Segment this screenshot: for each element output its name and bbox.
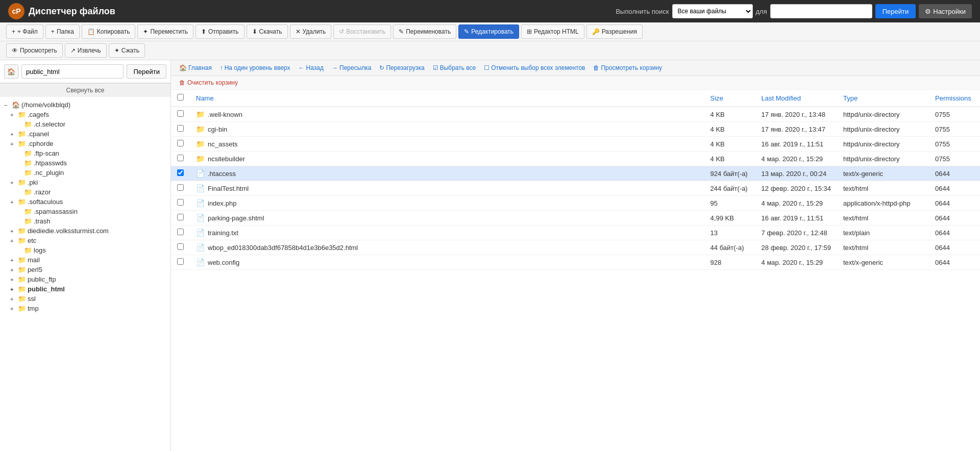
html-editor-btn[interactable]: ⊞ Редактор HTML xyxy=(521,24,584,39)
tree-item-nc-plugin[interactable]: 📁 .nc_plugin xyxy=(0,168,170,178)
table-row[interactable]: 📁cgi-bin 4 KB 17 янв. 2020 г., 13:47 htt… xyxy=(171,122,980,137)
copy-btn[interactable]: 📋 Копировать xyxy=(82,24,136,39)
table-row[interactable]: 📁ncsitebuilder 4 KB 4 мар. 2020 г., 15:2… xyxy=(171,152,980,166)
row-modified: 4 мар. 2020 г., 15:29 xyxy=(755,255,837,270)
row-name[interactable]: 📄index.php xyxy=(190,196,704,211)
row-name[interactable]: 📁.well-known xyxy=(190,107,704,122)
table-row[interactable]: 📄training.txt 13 7 февр. 2020 г., 12:48 … xyxy=(171,225,980,240)
tree-item-logs[interactable]: 📁 logs xyxy=(0,245,170,255)
select-all-checkbox[interactable] xyxy=(177,94,184,101)
tree-item-tmp[interactable]: + 📁 tmp xyxy=(0,304,170,313)
nav-reload-button[interactable]: ↻ Перезагрузка xyxy=(377,63,426,72)
table-row[interactable]: 📄wbop_ed018300dab3df67858b4d1e3b6e35d2.h… xyxy=(171,240,980,255)
col-modified[interactable]: Last Modified xyxy=(755,90,837,107)
row-check[interactable] xyxy=(171,152,190,166)
tree-item-etc[interactable]: + 📁 etc xyxy=(0,236,170,245)
row-name[interactable]: 📄web.config xyxy=(190,255,704,270)
row-size: 924 байт(-а) xyxy=(704,166,755,181)
col-size[interactable]: Size xyxy=(704,90,755,107)
row-check[interactable] xyxy=(171,225,190,240)
tree-item-razor[interactable]: 📁 .razor xyxy=(0,187,170,197)
move-btn[interactable]: ✦ Переместить xyxy=(137,24,193,39)
nav-deselect-all-button[interactable]: ☐ Отменить выбор всех элементов xyxy=(482,63,587,72)
tree-item-ftp-scan[interactable]: 📁 .ftp-scan xyxy=(0,148,170,158)
row-name[interactable]: 📁nc_assets xyxy=(190,137,704,152)
rename-btn[interactable]: ✎ Переименовать xyxy=(393,24,456,39)
row-name[interactable]: 📄training.txt xyxy=(190,225,704,240)
row-check[interactable] xyxy=(171,255,190,270)
tree-item-trash[interactable]: 📁 .trash xyxy=(0,216,170,226)
settings-button[interactable]: ⚙ Настройки xyxy=(919,4,972,18)
delete-btn[interactable]: ✕ Удалить xyxy=(290,24,332,39)
row-name[interactable]: 📁cgi-bin xyxy=(190,122,704,137)
table-row[interactable]: 📄web.config 928 4 мар. 2020 г., 15:29 te… xyxy=(171,255,980,270)
row-check[interactable] xyxy=(171,107,190,122)
new-folder-btn[interactable]: + Папка xyxy=(45,24,80,39)
row-check[interactable] xyxy=(171,211,190,225)
view-btn[interactable]: 👁 Просмотреть xyxy=(6,43,63,58)
search-input[interactable] xyxy=(770,4,872,18)
row-name[interactable]: 📄.htaccess xyxy=(190,166,704,181)
sidebar-home-button[interactable]: 🏠 xyxy=(4,64,18,79)
sidebar-path-input[interactable] xyxy=(21,64,124,79)
col-type[interactable]: Type xyxy=(837,90,929,107)
table-row[interactable]: 📁.well-known 4 KB 17 янв. 2020 г., 13:48… xyxy=(171,107,980,122)
table-row[interactable]: 📁nc_assets 4 KB 16 авг. 2019 г., 11:51 h… xyxy=(171,137,980,152)
tree-item-mail[interactable]: + 📁 mail xyxy=(0,255,170,265)
col-permissions[interactable]: Permissions xyxy=(929,90,980,107)
nav-trash-button[interactable]: 🗑 Просмотреть корзину xyxy=(591,63,664,72)
tree-item-perl5[interactable]: + 📁 perl5 xyxy=(0,265,170,274)
edit-btn[interactable]: ✎ Редактировать xyxy=(458,24,519,39)
tree-item-softaculous[interactable]: + 📁 .softaculous xyxy=(0,197,170,207)
row-check[interactable] xyxy=(171,196,190,211)
table-row[interactable]: 📄parking-page.shtml 4,99 KB 16 авг. 2019… xyxy=(171,211,980,225)
folder-icon: 📁 xyxy=(196,110,205,118)
tree-item-cl-selector[interactable]: 📁 .cl.selector xyxy=(0,119,170,129)
row-name[interactable]: 📄wbop_ed018300dab3df67858b4d1e3b6e35d2.h… xyxy=(190,240,704,255)
row-name[interactable]: 📁ncsitebuilder xyxy=(190,152,704,166)
permissions-btn[interactable]: 🔑 Разрешения xyxy=(586,24,643,39)
search-goto-button[interactable]: Перейти xyxy=(875,4,916,18)
tree-item-public-html[interactable]: + 📁 public_html xyxy=(0,284,170,294)
table-row[interactable]: 📄FinalTest.html 244 байт(-а) 12 февр. 20… xyxy=(171,181,980,196)
nav-select-all-button[interactable]: ☑ Выбрать все xyxy=(431,63,478,72)
restore-btn[interactable]: ↺ Восстановить xyxy=(333,24,391,39)
tree-item-public-ftp[interactable]: + 📁 public_ftp xyxy=(0,274,170,284)
row-name[interactable]: 📄FinalTest.html xyxy=(190,181,704,196)
search-scope-select[interactable]: Все ваши файлы Только имена файлов Тольк… xyxy=(672,4,753,18)
nav-up-button[interactable]: ↑ На один уровень вверх xyxy=(218,63,292,72)
table-row[interactable]: 📄index.php 95 4 мар. 2020 г., 15:29 appl… xyxy=(171,196,980,211)
tree-item-htpasswds[interactable]: 📁 .htpasswds xyxy=(0,158,170,168)
upload-btn[interactable]: ⬆ Отправить xyxy=(195,24,244,39)
row-check[interactable] xyxy=(171,122,190,137)
download-btn[interactable]: ⬇ Скачать xyxy=(247,24,288,39)
row-check[interactable] xyxy=(171,137,190,152)
nav-back-button[interactable]: ← Назад xyxy=(297,63,326,72)
collapse-all-button[interactable]: Свернуть все xyxy=(0,83,170,97)
tree-item-spamassassin[interactable]: 📁 .spamassassin xyxy=(0,207,170,216)
compress-btn[interactable]: ✦ Сжать xyxy=(109,43,145,58)
extract-icon: ↗ xyxy=(70,47,76,54)
row-permissions: 0755 xyxy=(929,107,980,122)
extract-btn[interactable]: ↗ Извлечь xyxy=(65,43,107,58)
row-check[interactable] xyxy=(171,240,190,255)
col-name[interactable]: Name xyxy=(190,90,704,107)
edit-icon: ✎ xyxy=(464,28,469,35)
new-file-btn[interactable]: + + Файл xyxy=(6,24,43,39)
tree-item-ssl[interactable]: + 📁 ssl xyxy=(0,294,170,304)
tree-item-cagefs[interactable]: + 📁 .cagefs xyxy=(0,110,170,119)
doc-icon: 📄 xyxy=(196,169,205,178)
sidebar-goto-button[interactable]: Перейти xyxy=(127,64,166,79)
tree-item-cphorde[interactable]: + 📁 .cphorde xyxy=(0,139,170,148)
row-check[interactable] xyxy=(171,181,190,196)
tree-item-cpanel[interactable]: + 📁 .cpanel xyxy=(0,129,170,139)
clear-trash-button[interactable]: 🗑 Очистить корзину xyxy=(179,79,238,86)
tree-item-root[interactable]: − 🏠 (/home/volkblqd) xyxy=(0,100,170,110)
row-name[interactable]: 📄parking-page.shtml xyxy=(190,211,704,225)
nav-forward-button[interactable]: → Пересылка xyxy=(330,63,373,72)
tree-item-diediedie[interactable]: + 📁 diediedie.volkssturmist.com xyxy=(0,226,170,236)
row-check[interactable] xyxy=(171,166,190,181)
tree-item-pki[interactable]: + 📁 .pki xyxy=(0,178,170,187)
nav-home-button[interactable]: 🏠 Главная xyxy=(177,63,214,72)
table-row[interactable]: 📄.htaccess 924 байт(-а) 13 мар. 2020 г.,… xyxy=(171,166,980,181)
